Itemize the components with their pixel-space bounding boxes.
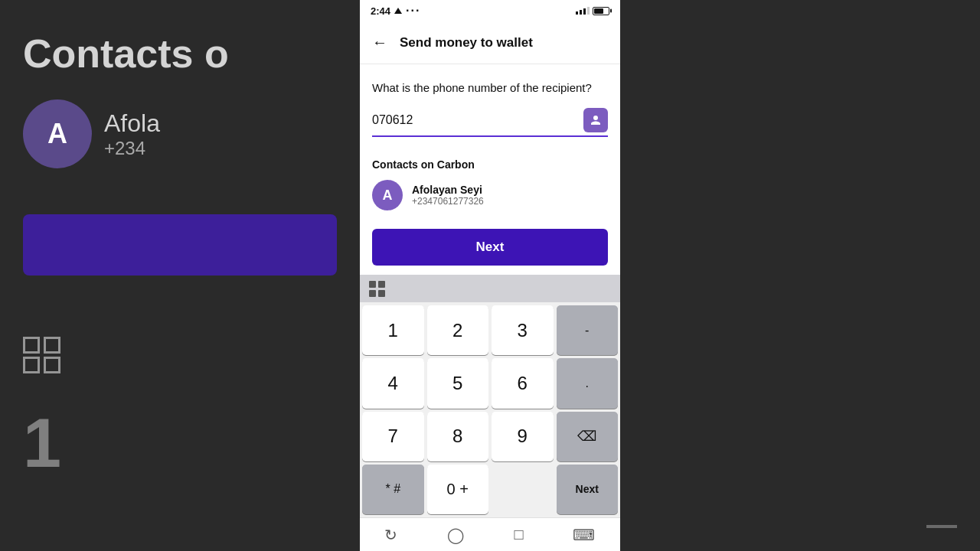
bg-title: Contacts o — [23, 31, 337, 77]
key-1[interactable]: 1 — [362, 305, 424, 355]
background-right — [620, 0, 980, 551]
bg-name: Afola — [104, 109, 160, 138]
contact-phone: +2347061277326 — [412, 196, 484, 207]
keyboard-rows: 1 2 3 - 4 5 6 . 7 8 9 ⌫ * # 0 + — [360, 302, 620, 517]
key-0-plus[interactable]: 0 + — [427, 465, 489, 514]
bg-number: 1 — [23, 404, 337, 483]
alert-icon — [394, 8, 402, 14]
keyboard-area: 1 2 3 - 4 5 6 . 7 8 9 ⌫ * # 0 + — [360, 275, 620, 517]
key-period[interactable]: . — [557, 358, 619, 408]
key-3[interactable]: 3 — [492, 305, 554, 355]
phone-screen: 2:44 ··· ← Send money to wallet What is … — [360, 0, 620, 551]
key-7[interactable]: 7 — [362, 412, 424, 461]
key-backspace[interactable]: ⌫ — [557, 412, 619, 461]
key-8[interactable]: 8 — [427, 412, 489, 461]
bg-dash — [926, 525, 957, 528]
key-5[interactable]: 5 — [427, 358, 489, 408]
main-content: What is the phone number of the recipien… — [360, 64, 620, 158]
bg-avatar: A — [23, 99, 92, 168]
nav-keyboard-icon[interactable]: ⌨ — [573, 526, 595, 544]
status-bar: 2:44 ··· — [360, 0, 620, 21]
battery-icon — [593, 7, 609, 15]
question-text: What is the phone number of the recipien… — [372, 80, 608, 96]
contact-icon — [589, 113, 603, 127]
key-4[interactable]: 4 — [362, 358, 424, 408]
status-time: 2:44 — [371, 5, 390, 17]
keyboard-row-1: 1 2 3 - — [362, 305, 618, 355]
nav-back-icon[interactable]: ↻ — [384, 526, 397, 544]
page-title: Send money to wallet — [400, 35, 533, 51]
bg-phone: +234 — [104, 138, 160, 159]
contact-item[interactable]: A Afolayan Seyi +2347061277326 — [372, 180, 608, 210]
keyboard-row-4: * # 0 + Next — [362, 465, 618, 514]
app-header: ← Send money to wallet — [360, 21, 620, 64]
contacts-section: Contacts on Carbon A Afolayan Seyi +2347… — [360, 158, 620, 220]
bg-purple-bar — [23, 214, 337, 276]
back-button[interactable]: ← — [372, 34, 387, 51]
key-6[interactable]: 6 — [492, 358, 554, 408]
keyboard-row-2: 4 5 6 . — [362, 358, 618, 408]
key-empty — [492, 465, 554, 514]
key-dash[interactable]: - — [557, 305, 619, 355]
key-star-hash[interactable]: * # — [362, 465, 424, 514]
key-2[interactable]: 2 — [427, 305, 489, 355]
more-icon: ··· — [406, 4, 420, 18]
keyboard-next-button[interactable]: Next — [557, 465, 619, 514]
keyboard-top-bar — [360, 275, 620, 302]
background-left: Contacts o A Afola +234 1 — [0, 0, 360, 551]
nav-recents-icon[interactable]: □ — [514, 526, 523, 543]
signal-icon — [576, 7, 590, 15]
bg-grid-icon — [23, 337, 61, 373]
keyboard-grid-icon — [369, 281, 385, 297]
phone-input-row — [372, 108, 608, 137]
contact-avatar: A — [372, 180, 403, 210]
key-9[interactable]: 9 — [492, 412, 554, 461]
nav-home-icon[interactable]: ◯ — [447, 526, 464, 544]
keyboard-row-3: 7 8 9 ⌫ — [362, 412, 618, 461]
bottom-nav: ↻ ◯ □ ⌨ — [360, 517, 620, 551]
phone-input[interactable] — [372, 113, 583, 127]
next-button[interactable]: Next — [372, 229, 608, 266]
contacts-title: Contacts on Carbon — [372, 158, 608, 171]
contact-name: Afolayan Seyi — [412, 184, 484, 196]
contact-picker-button[interactable] — [583, 108, 608, 132]
